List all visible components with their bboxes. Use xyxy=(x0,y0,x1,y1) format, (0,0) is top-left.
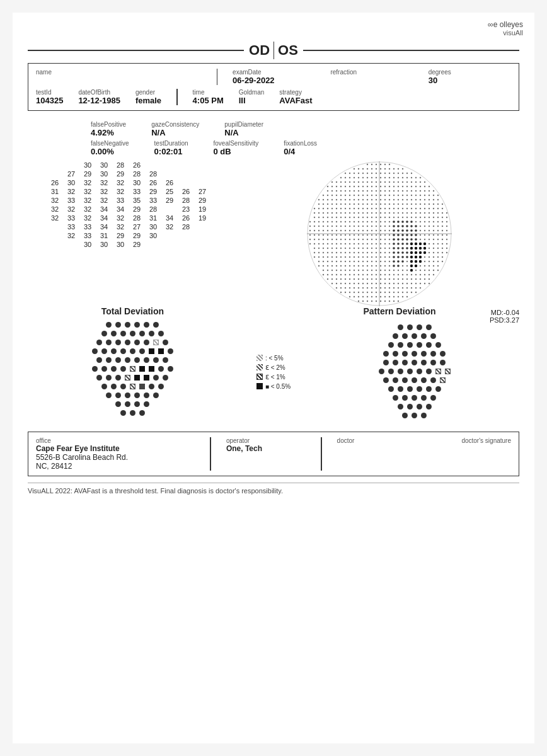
svg-point-652 xyxy=(415,212,417,214)
svg-point-28 xyxy=(318,230,320,231)
svg-point-367 xyxy=(376,164,377,165)
svg-point-619 xyxy=(411,186,412,187)
svg-point-775 xyxy=(437,243,439,244)
dev-cell xyxy=(153,392,159,398)
svg-point-62 xyxy=(327,212,328,214)
svg-point-380 xyxy=(376,221,377,222)
dev-cell xyxy=(134,322,140,328)
svg-point-672 xyxy=(420,181,421,183)
svg-point-656 xyxy=(415,229,417,232)
grid-cell xyxy=(195,232,209,239)
dev-cell xyxy=(402,413,408,418)
svg-point-191 xyxy=(349,212,350,214)
dev-row xyxy=(388,386,442,392)
svg-point-424 xyxy=(380,274,381,275)
visual-field-svg xyxy=(307,161,452,306)
svg-point-177 xyxy=(345,274,346,275)
stats-section: falsePositive 4.92% gazeConsistency N/A … xyxy=(28,121,519,156)
svg-point-553 xyxy=(398,287,399,289)
svg-point-269 xyxy=(358,292,359,293)
svg-point-682 xyxy=(420,226,421,227)
time-label: time xyxy=(193,89,224,96)
svg-point-439 xyxy=(384,199,386,200)
svg-point-716 xyxy=(424,265,425,266)
dev-cell xyxy=(153,375,159,381)
svg-point-427 xyxy=(380,287,381,289)
svg-point-499 xyxy=(393,186,394,187)
svg-point-506 xyxy=(393,217,394,218)
svg-point-8 xyxy=(309,243,311,244)
svg-point-35 xyxy=(318,261,320,262)
grid-cell: 33 xyxy=(64,197,78,204)
svg-point-210 xyxy=(349,296,350,297)
svg-point-518 xyxy=(393,270,394,271)
svg-point-108 xyxy=(336,208,337,209)
svg-point-492 xyxy=(389,292,390,293)
grid-cell: 32 xyxy=(81,188,95,195)
svg-point-449 xyxy=(384,243,386,244)
svg-point-614 xyxy=(406,292,408,293)
svg-point-204 xyxy=(349,270,350,271)
dev-cell xyxy=(402,395,408,401)
dev-cell xyxy=(149,348,154,354)
svg-point-514 xyxy=(393,251,395,254)
grid-row: 32333234322831342619 xyxy=(28,214,229,222)
dev-cell xyxy=(125,340,130,345)
dev-cell xyxy=(402,333,408,339)
svg-point-129 xyxy=(340,186,342,187)
svg-point-323 xyxy=(367,252,368,253)
svg-point-540 xyxy=(397,229,400,232)
svg-point-40 xyxy=(323,208,324,209)
dev-row xyxy=(96,339,169,346)
svg-point-82 xyxy=(331,199,333,200)
grid-cell: 33 xyxy=(113,197,127,204)
svg-point-754 xyxy=(433,234,434,236)
svg-point-617 xyxy=(411,177,412,178)
svg-point-403 xyxy=(380,181,381,183)
brand-logo: ∞e olleyes xyxy=(488,20,523,29)
svg-point-283 xyxy=(362,217,364,218)
svg-point-294 xyxy=(362,265,364,266)
svg-point-241 xyxy=(358,168,359,169)
od-os-divider xyxy=(274,42,274,59)
field-goldman: Goldman III xyxy=(239,89,265,105)
svg-point-408 xyxy=(380,203,381,205)
svg-point-275 xyxy=(362,181,364,183)
svg-point-144 xyxy=(340,252,342,253)
svg-point-733 xyxy=(429,239,430,240)
dev-cell xyxy=(379,369,384,374)
svg-point-91 xyxy=(331,239,333,240)
dev-cell xyxy=(115,357,121,363)
page: ∞e olleyes visuAll OD OS name examDate 0… xyxy=(13,13,534,743)
svg-point-404 xyxy=(380,186,381,187)
pattern-dev-title: Pattern Deviation xyxy=(309,306,490,316)
svg-point-111 xyxy=(336,221,337,222)
svg-point-254 xyxy=(358,226,359,227)
svg-point-374 xyxy=(376,195,377,196)
grid-cell xyxy=(48,232,62,239)
svg-point-301 xyxy=(362,296,364,297)
dev-cell xyxy=(398,369,403,374)
svg-point-30 xyxy=(318,239,320,240)
svg-point-67 xyxy=(327,234,328,236)
svg-point-676 xyxy=(420,199,421,200)
svg-point-802 xyxy=(446,239,447,240)
svg-point-513 xyxy=(393,247,395,249)
legend-half-pct-text: ■ < 0.5% xyxy=(265,383,291,390)
svg-point-125 xyxy=(336,283,337,284)
dev-cell xyxy=(106,340,112,345)
svg-point-34 xyxy=(318,256,320,258)
svg-point-568 xyxy=(402,217,403,218)
svg-point-567 xyxy=(402,212,403,214)
svg-point-496 xyxy=(393,173,394,174)
grid-cell: 30 xyxy=(146,232,160,239)
svg-point-663 xyxy=(415,260,417,263)
dev-cell xyxy=(417,369,422,374)
svg-point-613 xyxy=(406,287,408,289)
svg-point-487 xyxy=(389,270,390,271)
svg-point-376 xyxy=(376,203,377,205)
svg-point-793 xyxy=(442,252,443,253)
fp-value: 4.92% xyxy=(91,128,114,137)
total-deviation: Total Deviation xyxy=(28,306,238,419)
svg-point-185 xyxy=(349,186,350,187)
